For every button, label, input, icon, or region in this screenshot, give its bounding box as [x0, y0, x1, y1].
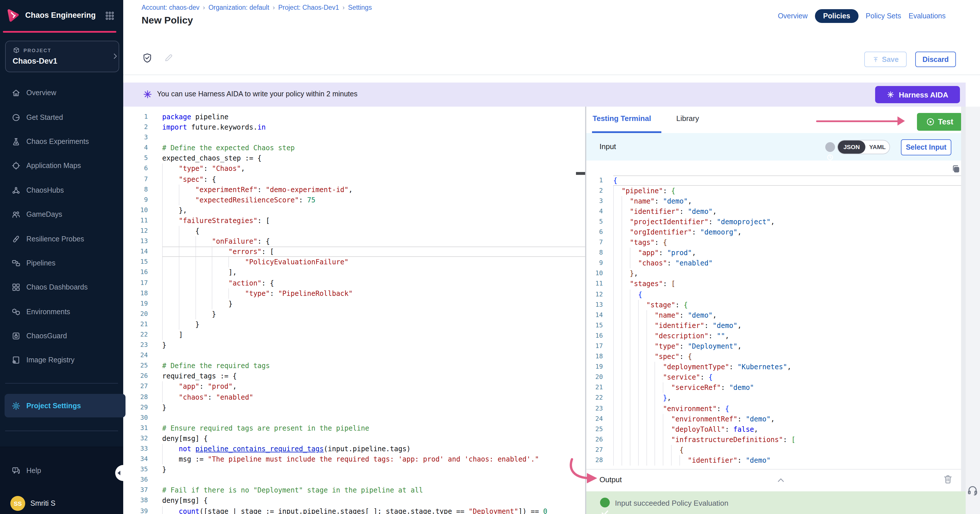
breadcrumb-account[interactable]: Account: chaos-dev	[142, 4, 199, 11]
sidebar-item-image-registry[interactable]: Image Registry	[0, 348, 123, 373]
input-label: Input	[600, 142, 616, 151]
code-line: "experimentRef": "demo-experiment-id",	[162, 184, 585, 195]
nav-policy-sets[interactable]: Policy Sets	[865, 12, 901, 20]
target-icon	[11, 161, 21, 170]
breadcrumb-separator: ›	[273, 4, 275, 11]
policy-nav: Overview Policies Policy Sets Evaluation…	[778, 8, 946, 24]
sidebar-item-pipelines[interactable]: Pipelines	[0, 251, 123, 275]
help-button[interactable]: ? Help	[0, 459, 135, 482]
sidebar-item-chaosguard[interactable]: ChaosGuard	[0, 324, 123, 348]
breadcrumb-organization[interactable]: Organization: default	[208, 4, 269, 11]
code-line: ]	[162, 330, 585, 340]
breadcrumb-separator: ›	[342, 4, 344, 11]
code-line: {	[613, 175, 961, 186]
brand-accent-line	[3, 31, 116, 32]
annotation-arrow-output	[567, 458, 601, 484]
code-line: "identifier": "demo",	[613, 207, 961, 217]
sidebar-divider	[5, 383, 118, 384]
page-title: New Policy	[142, 15, 193, 26]
sidebar-item-label: Application Maps	[26, 162, 81, 170]
input-editor[interactable]: { "pipeline": { "name": "demo", "identif…	[609, 175, 961, 469]
code-line: "service": {	[613, 372, 961, 383]
harness-aida-button[interactable]: Harness AIDA	[875, 86, 960, 103]
format-toggle[interactable]: JSON YAML	[837, 140, 890, 154]
code-line: "type": "Chaos",	[162, 164, 585, 174]
code-line: not pipeline_contains_required_tags(inpu…	[162, 444, 585, 454]
tab-testing-terminal[interactable]: Testing Terminal	[593, 114, 651, 123]
code-line: # Define the required tags	[162, 361, 585, 371]
panel-resize-handle[interactable]	[576, 172, 585, 175]
check-circle-icon	[600, 508, 610, 514]
app-grid-icon[interactable]	[105, 11, 115, 21]
project-selector[interactable]: PROJECT Chaos-Dev1	[5, 41, 119, 72]
play-icon	[926, 118, 934, 126]
sidebar-item-chaos-dashboards[interactable]: Chaos Dashboards	[0, 275, 123, 299]
input-source-disc[interactable]	[825, 142, 835, 152]
trash-icon[interactable]	[943, 474, 953, 484]
probe-icon	[11, 234, 21, 243]
sidebar-item-environments[interactable]: Environments	[0, 299, 123, 324]
help-label: Help	[26, 467, 41, 475]
policy-editor[interactable]: package pipelineimport future.keywords.i…	[152, 112, 585, 514]
pencil-icon[interactable]	[164, 53, 173, 62]
sidebar-item-project-settings[interactable]: Project Settings	[5, 394, 126, 417]
code-line: },	[613, 269, 961, 279]
code-line: "environmentRef": "demo",	[613, 414, 961, 424]
user-menu[interactable]: SS Smriti S	[0, 494, 134, 512]
code-line: "projectIdentifier": "demoproject",	[613, 217, 961, 227]
chaos-engineering-logo[interactable]	[6, 8, 21, 23]
aida-banner-text: You can use Harness AIDA to write your p…	[157, 90, 357, 98]
sidebar-item-chaoshubs[interactable]: ChaosHubs	[0, 178, 123, 202]
sidebar-item-label: ChaosGuard	[26, 332, 67, 340]
discard-button[interactable]: Discard	[915, 52, 956, 67]
scrollbar[interactable]	[961, 107, 966, 514]
sidebar-item-gamedays[interactable]: GameDays	[0, 202, 123, 227]
sidebar-item-application-maps[interactable]: Application Maps	[0, 154, 123, 178]
save-button[interactable]: Save	[864, 52, 907, 67]
breadcrumb-settings[interactable]: Settings	[348, 4, 372, 11]
sidebar-item-overview[interactable]: Overview	[0, 81, 123, 105]
code-line: "type": "Deployment",	[613, 341, 961, 352]
headphones-icon[interactable]	[967, 484, 978, 496]
tab-library[interactable]: Library	[676, 114, 699, 123]
code-line: "chaos": "enabled"	[613, 258, 961, 269]
input-source-icon	[825, 153, 835, 162]
code-line: "stages": [	[613, 279, 961, 289]
page-gutter	[966, 107, 980, 514]
test-button[interactable]: Test	[917, 113, 962, 131]
chevron-up-icon[interactable]	[776, 475, 786, 485]
pipeline-icon	[11, 259, 21, 268]
project-name: Chaos-Dev1	[13, 57, 57, 65]
code-line: "expectedResilienceScore": 75	[162, 195, 585, 205]
code-line: "app": "prod",	[613, 248, 961, 258]
copy-icon[interactable]	[951, 164, 961, 173]
sidebar-item-label: Image Registry	[26, 356, 75, 364]
registry-icon	[11, 356, 21, 365]
breadcrumb-project[interactable]: Project: Chaos-Dev1	[278, 4, 339, 11]
code-line: ],	[162, 267, 585, 278]
chevron-right-icon	[111, 52, 119, 60]
sidebar-item-chaos-experiments[interactable]: Chaos Experiments	[0, 130, 123, 154]
select-input-button[interactable]: Select Input	[901, 139, 951, 155]
format-json[interactable]: JSON	[838, 140, 865, 154]
sidebar-item-resilience-probes[interactable]: Resilience Probes	[0, 227, 123, 251]
format-yaml[interactable]: YAML	[865, 140, 889, 154]
shield-check-icon[interactable]	[142, 53, 153, 63]
code-line: "name": "demo",	[613, 196, 961, 206]
sidebar-item-get-started[interactable]: Get Started	[0, 105, 123, 130]
code-line: "deploymentType": "Kubernetes",	[613, 362, 961, 372]
home-icon	[11, 88, 21, 97]
policy-editor-gutter: 1234567891011121314151617181920212223242…	[123, 112, 148, 514]
code-line: "deployToAll": false,	[613, 424, 961, 434]
code-line: "stage": {	[613, 299, 961, 310]
save-label: Save	[882, 55, 899, 64]
code-line: },	[613, 393, 961, 403]
nav-evaluations[interactable]: Evaluations	[908, 12, 946, 20]
output-label: Output	[600, 475, 622, 484]
svg-text:?: ?	[14, 468, 16, 471]
nav-policies[interactable]: Policies	[815, 9, 859, 23]
sidebar-item-label: Project Settings	[26, 402, 81, 410]
code-line: "infrastructureDefinitions": [	[613, 434, 961, 445]
code-line: "identifier": "demo"	[613, 455, 961, 466]
nav-overview[interactable]: Overview	[778, 12, 808, 20]
